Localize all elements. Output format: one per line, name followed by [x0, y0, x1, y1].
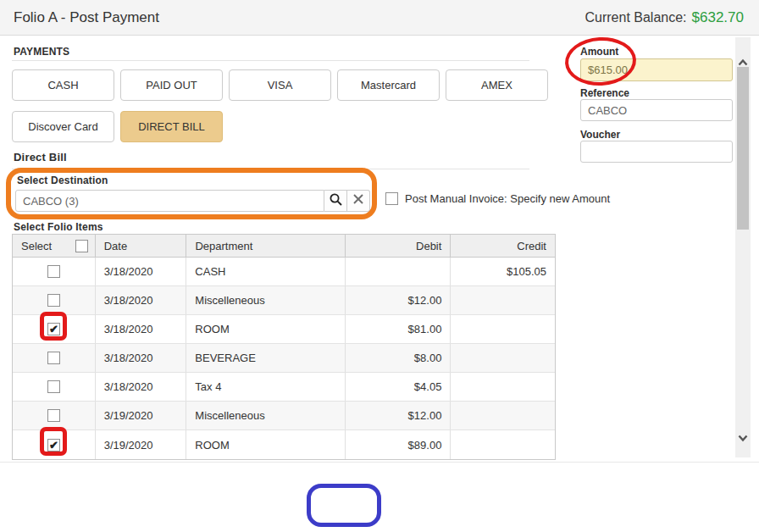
direct-bill-divider	[12, 169, 529, 169]
select-all-checkbox[interactable]	[75, 240, 88, 252]
table-row: 3/18/2020 Miscelleneous $12.00	[13, 286, 555, 315]
x-icon	[352, 193, 364, 208]
post-manual-invoice-checkbox[interactable]	[385, 192, 398, 205]
payments-divider	[12, 60, 529, 61]
cell-debit: $12.00	[346, 402, 452, 429]
cell-debit: $81.00	[346, 315, 452, 343]
cell-date: 3/18/2020	[96, 315, 187, 343]
chevron-up-icon[interactable]	[738, 55, 748, 64]
voucher-label: Voucher	[580, 129, 620, 141]
folio-items-table: Select Date Department Debit Credit 3/18…	[12, 234, 556, 460]
current-balance-value: $632.70	[692, 9, 744, 25]
select-destination-label: Select Destination	[17, 175, 108, 186]
table-header-row: Select Date Department Debit Credit	[13, 235, 555, 258]
cell-credit	[451, 373, 555, 401]
destination-clear-button[interactable]	[347, 190, 370, 212]
payment-button-discover-card[interactable]: Discover Card	[12, 111, 114, 142]
table-row: 3/19/2020 Miscelleneous $12.00	[13, 402, 555, 430]
cell-date: 3/18/2020	[96, 344, 187, 372]
header-debit: Debit	[346, 235, 452, 257]
row-select-checkbox[interactable]: ✔	[47, 439, 60, 452]
cell-date: 3/19/2020	[96, 430, 187, 459]
cell-debit: $12.00	[346, 286, 452, 314]
table-row: 3/18/2020 CASH $105.05	[13, 258, 555, 286]
cell-date: 3/18/2020	[96, 286, 187, 314]
scrollbar-thumb[interactable]	[737, 67, 749, 230]
cell-credit	[451, 402, 555, 429]
amount-label: Amount	[580, 46, 618, 58]
header-select: Select	[13, 235, 96, 257]
cell-debit: $89.00	[346, 430, 452, 459]
post-manual-invoice-option: Post Manual Invoice: Specify new Amount	[385, 192, 610, 205]
cell-department: ROOM	[186, 430, 345, 459]
header-date: Date	[96, 235, 187, 257]
reference-label: Reference	[580, 87, 629, 99]
header-select-label: Select	[21, 240, 52, 252]
row-select-checkbox[interactable]: ✔	[47, 323, 60, 335]
row-select-checkbox[interactable]	[47, 294, 60, 307]
cell-debit: $4.05	[346, 373, 452, 401]
table-body: 3/18/2020 CASH $105.05 3/18/2020 Miscell…	[13, 258, 555, 459]
cell-debit: $8.00	[346, 344, 452, 372]
vertical-scrollbar[interactable]	[735, 37, 751, 457]
cell-date: 3/18/2020	[96, 373, 187, 401]
table-row: 3/18/2020 BEVERAGE $8.00	[13, 344, 555, 373]
amount-input[interactable]	[580, 58, 733, 81]
header-credit: Credit	[451, 235, 555, 257]
row-select-checkbox[interactable]	[47, 409, 60, 422]
cell-credit	[451, 286, 555, 314]
row-select-checkbox[interactable]	[47, 380, 60, 393]
table-row: ✔ 3/18/2020 ROOM $81.00	[13, 315, 555, 344]
cell-department: ROOM	[186, 315, 345, 343]
voucher-input[interactable]	[580, 141, 733, 163]
dialog-footer: OK Cancel	[0, 462, 759, 532]
payment-button-cash[interactable]: CASH	[12, 69, 114, 101]
payments-section-label: PAYMENTS	[14, 46, 69, 58]
payment-button-mastercard[interactable]: Mastercard	[337, 69, 440, 101]
table-row: 3/18/2020 Tax 4 $4.05	[13, 373, 555, 402]
post-manual-invoice-label: Post Manual Invoice: Specify new Amount	[405, 192, 610, 205]
page-title: Folio A - Post Payment	[14, 0, 159, 36]
direct-bill-section-label: Direct Bill	[14, 151, 67, 163]
payment-button-paid-out[interactable]: PAID OUT	[120, 69, 223, 101]
cell-credit	[451, 344, 555, 372]
destination-search-button[interactable]	[324, 190, 347, 212]
header-department: Department	[186, 235, 345, 257]
cell-credit	[451, 430, 555, 459]
cell-department: BEVERAGE	[186, 344, 345, 372]
current-balance: Current Balance:$632.70	[584, 0, 744, 36]
reference-input[interactable]	[580, 99, 733, 121]
magnifier-icon	[329, 192, 343, 210]
payment-button-direct-bill[interactable]: DIRECT BILL	[120, 111, 223, 142]
cell-credit	[451, 315, 555, 343]
destination-input[interactable]	[15, 190, 324, 212]
payment-button-visa[interactable]: VISA	[229, 69, 331, 101]
cell-debit	[346, 258, 452, 285]
current-balance-label: Current Balance:	[584, 10, 686, 25]
cell-department: CASH	[186, 258, 345, 285]
cell-department: Tax 4	[186, 373, 345, 401]
chevron-down-icon[interactable]	[738, 430, 748, 439]
destination-input-group	[15, 190, 370, 212]
table-row: ✔ 3/19/2020 ROOM $89.00	[13, 430, 555, 459]
payment-button-amex[interactable]: AMEX	[446, 69, 548, 101]
row-select-checkbox[interactable]	[47, 352, 60, 364]
cell-credit: $105.05	[451, 258, 555, 285]
folio-items-section-label: Select Folio Items	[14, 221, 103, 233]
dialog-titlebar: Folio A - Post Payment Current Balance:$…	[0, 0, 759, 36]
row-select-checkbox[interactable]	[47, 265, 60, 278]
cell-department: Miscelleneous	[186, 286, 345, 314]
cell-date: 3/19/2020	[96, 402, 187, 429]
cell-date: 3/18/2020	[96, 258, 187, 285]
cell-department: Miscelleneous	[186, 402, 345, 429]
